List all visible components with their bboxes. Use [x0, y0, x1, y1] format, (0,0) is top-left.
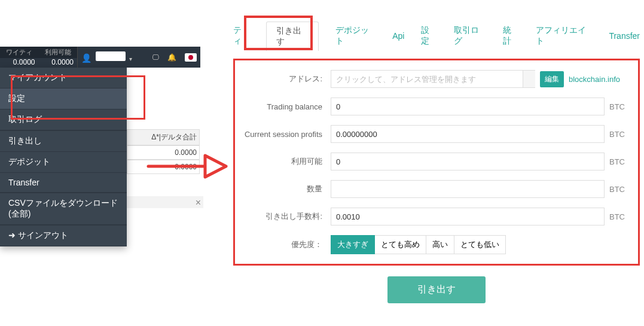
priority-very-low[interactable]: とても低い — [454, 235, 506, 254]
fee-input[interactable] — [331, 208, 605, 226]
currency-suffix: BTC — [605, 212, 631, 221]
blockchain-link[interactable]: blockchain.info — [569, 75, 620, 84]
tab-stats[interactable]: 統計 — [503, 25, 519, 47]
session-profits-label: Current session profits — [242, 130, 331, 139]
menu-withdraw[interactable]: 引き出し — [0, 131, 127, 152]
menu-signout[interactable]: ➜ サインアウト — [0, 226, 127, 246]
language-flag-jp[interactable] — [185, 53, 197, 62]
tab-bar: ティ 引き出す デポジット Api 設定 取引ログ 統計 アフィリエイト Tra… — [233, 25, 640, 47]
equity-value: 0.0000 — [0, 58, 39, 66]
amount-label: 数量 — [242, 184, 331, 194]
priority-too-big[interactable]: 大きすぎ — [331, 235, 375, 254]
currency-suffix: BTC — [605, 157, 631, 166]
menu-csv-download[interactable]: CSVファイルをダウンロード(全部) — [0, 193, 127, 225]
menu-trade-log[interactable]: 取引ログ — [0, 109, 127, 130]
tab-tradelog[interactable]: 取引ログ — [454, 25, 486, 47]
fee-label: 引き出し手数料: — [242, 211, 331, 222]
withdraw-submit-button[interactable]: 引き出す — [387, 276, 486, 303]
available-label: 利用可能 — [242, 156, 331, 167]
edit-button[interactable]: 編集 — [540, 71, 564, 87]
priority-very-high[interactable]: とても高め — [375, 235, 426, 254]
trading-balance-input[interactable] — [331, 98, 605, 115]
menu-transfer[interactable]: Transfer — [0, 173, 127, 193]
left-panel: ワイティ 0.0000 利用可能 0.0000 👤 ▾ 🖵 🔔 — [0, 47, 200, 246]
tab-affiliate[interactable]: アフィリエイト — [536, 25, 592, 47]
monitor-icon[interactable]: 🖵 — [152, 53, 159, 62]
equity-label: ワイティ — [0, 47, 39, 58]
withdraw-form: アドレス: 編集 blockchain.info Trading balance… — [233, 59, 640, 266]
available-value: 0.0000 — [39, 58, 78, 66]
priority-high[interactable]: 高い — [426, 235, 454, 254]
tab-activity[interactable]: ティ — [233, 25, 249, 47]
chevron-down-icon: ▾ — [129, 56, 132, 62]
priority-label: 優先度： — [242, 239, 331, 250]
available-label: 利用可能 — [39, 47, 78, 58]
currency-suffix: BTC — [605, 130, 631, 139]
address-input[interactable] — [331, 70, 523, 88]
bell-icon[interactable]: 🔔 — [167, 53, 176, 62]
tab-deposit[interactable]: デポジット — [335, 25, 376, 47]
available-input[interactable] — [331, 153, 605, 170]
arrow-annotation — [145, 148, 229, 184]
tab-api[interactable]: Api — [392, 31, 404, 41]
amount-input[interactable] — [331, 180, 605, 198]
equity-column: ワイティ 0.0000 利用可能 0.0000 — [0, 47, 78, 68]
menu-my-account[interactable]: マイアカウント — [0, 68, 127, 89]
user-dropdown-menu: マイアカウント 設定 取引ログ 引き出し デポジット Transfer CSVフ… — [0, 68, 127, 246]
user-name-box — [96, 51, 126, 61]
currency-suffix: BTC — [605, 102, 631, 111]
user-icon: 👤 — [81, 53, 91, 63]
priority-buttons: 大きすぎ とても高め 高い とても低い — [331, 235, 506, 254]
tab-settings[interactable]: 設定 — [421, 25, 437, 47]
tab-withdraw[interactable]: 引き出す — [266, 22, 319, 51]
user-menu-trigger[interactable]: 👤 ▾ 🖵 🔔 — [78, 47, 200, 68]
main-panel: ティ 引き出す デポジット Api 設定 取引ログ 統計 アフィリエイト Tra… — [233, 25, 640, 303]
address-label: アドレス: — [242, 74, 331, 84]
menu-settings[interactable]: 設定 — [0, 89, 127, 109]
session-profits-input[interactable] — [331, 125, 605, 143]
menu-deposit[interactable]: デポジット — [0, 152, 127, 173]
currency-suffix: BTC — [605, 185, 631, 194]
tab-transfer[interactable]: Transfer — [609, 31, 640, 41]
trading-balance-label: Trading balance — [242, 102, 331, 111]
account-top-bar: ワイティ 0.0000 利用可能 0.0000 👤 ▾ 🖵 🔔 — [0, 47, 200, 68]
